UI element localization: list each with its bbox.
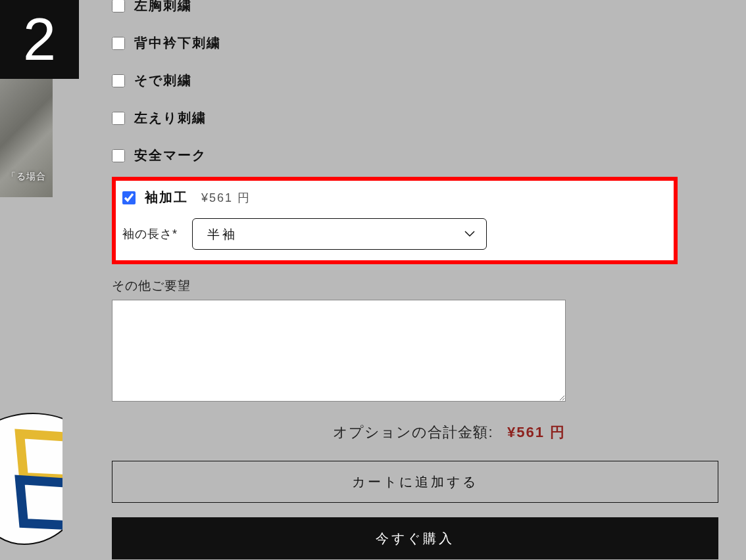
sleeve-length-label: 袖の長さ* <box>122 226 178 242</box>
notes-label: その他ご要望 <box>112 277 678 294</box>
sleeve-length-field: 袖の長さ* 半袖 <box>122 218 667 250</box>
options-form: 左胸刺繍 背中衿下刺繍 そで刺繍 左えり刺繍 安全マーク 袖加工 ¥561 円 … <box>112 0 678 559</box>
highlight-callout: 袖加工 ¥561 円 袖の長さ* 半袖 <box>112 177 678 264</box>
notes-textarea[interactable] <box>112 300 566 402</box>
sleeve-length-select[interactable]: 半袖 <box>192 218 487 250</box>
add-to-cart-button[interactable]: カートに追加する <box>112 461 718 503</box>
total-value: ¥561 円 <box>507 424 566 440</box>
options-total: オプションの合計金額: ¥561 円 <box>112 423 566 442</box>
decorative-art <box>0 408 62 559</box>
option-row-left-collar[interactable]: 左えり刺繍 <box>112 99 678 137</box>
checkbox-left-collar[interactable] <box>112 112 125 125</box>
thumbnail-caption: 「る場合 <box>0 171 53 183</box>
checkbox-sleeve-emb[interactable] <box>112 74 125 87</box>
option-label: 左えり刺繍 <box>134 109 207 127</box>
checkbox-back-collar[interactable] <box>112 37 125 50</box>
product-thumbnail[interactable]: 「る場合 <box>0 79 53 197</box>
checkbox-left-chest[interactable] <box>112 0 125 12</box>
option-label: 左胸刺繍 <box>134 0 192 14</box>
option-label: 安全マーク <box>134 147 207 164</box>
option-label: そで刺繍 <box>134 72 192 89</box>
option-row-sleeve-emb[interactable]: そで刺繍 <box>112 62 678 99</box>
buy-now-button[interactable]: 今すぐ購入 <box>112 517 718 559</box>
option-label: 袖加工 <box>145 189 188 206</box>
total-label: オプションの合計金額: <box>333 424 493 440</box>
checkbox-sleeve-mod[interactable] <box>122 191 136 204</box>
option-row-safety-mark[interactable]: 安全マーク <box>112 137 678 174</box>
sleeve-length-select-wrap: 半袖 <box>192 218 487 250</box>
thumbnail-strip: 「る場合 <box>0 79 53 230</box>
option-row-sleeve-mod[interactable]: 袖加工 ¥561 円 <box>122 189 667 206</box>
option-row-back-collar[interactable]: 背中衿下刺繍 <box>112 24 678 62</box>
option-price: ¥561 円 <box>201 190 251 206</box>
step-badge: 2 <box>0 0 79 79</box>
option-label: 背中衿下刺繍 <box>134 34 221 52</box>
option-row-left-chest[interactable]: 左胸刺繍 <box>112 0 678 24</box>
checkbox-safety-mark[interactable] <box>112 149 125 162</box>
